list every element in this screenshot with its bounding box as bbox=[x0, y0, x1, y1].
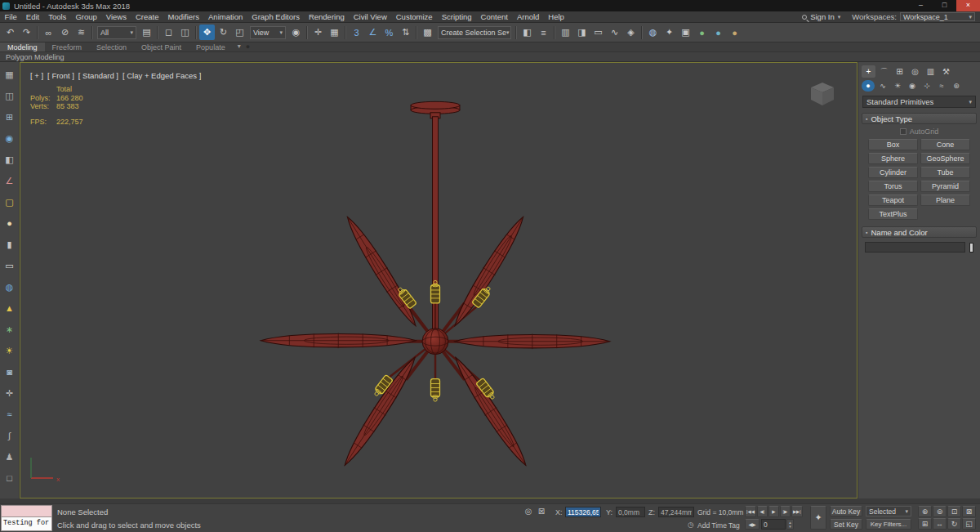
left-tool-helpers[interactable]: ✛ bbox=[2, 386, 17, 400]
ribbon-tab-freeform[interactable]: Freeform bbox=[45, 42, 90, 51]
left-tool-cylinder[interactable]: ▮ bbox=[2, 237, 17, 252]
viewport-general-menu[interactable]: [ + ] bbox=[30, 71, 43, 80]
left-tool-mirror[interactable]: ◧ bbox=[2, 152, 17, 167]
zoom-extents-button[interactable]: ⊡ bbox=[947, 506, 961, 517]
render-production-button[interactable]: ● bbox=[694, 25, 710, 40]
previous-frame-button[interactable]: ◀| bbox=[757, 506, 768, 517]
add-time-tag-button[interactable]: Add Time Tag bbox=[697, 521, 740, 530]
left-tool-light[interactable]: ☀ bbox=[2, 343, 17, 358]
zoom-button[interactable]: ⊕ bbox=[918, 506, 932, 517]
pyramid-button[interactable]: Pyramid bbox=[920, 181, 970, 192]
viewport-pov-menu[interactable]: [ Front ] bbox=[47, 71, 74, 80]
use-pivot-point-center-button[interactable]: ◉ bbox=[288, 25, 304, 40]
object-type-rollout[interactable]: ▪ Object Type bbox=[862, 113, 977, 124]
left-tool-sphere[interactable]: ● bbox=[2, 216, 17, 230]
sign-in-button[interactable]: Sign In bbox=[810, 12, 835, 21]
menu-edit[interactable]: Edit bbox=[21, 11, 43, 22]
fan-blade[interactable] bbox=[455, 333, 610, 349]
fan-blade[interactable] bbox=[449, 213, 530, 330]
current-frame-field[interactable] bbox=[761, 519, 786, 530]
lamp-socket[interactable] bbox=[431, 379, 440, 402]
render-iterative-button[interactable]: ● bbox=[710, 25, 726, 40]
left-tool-bones[interactable]: ∫ bbox=[2, 428, 17, 443]
create-tab[interactable]: + bbox=[862, 65, 875, 78]
minimize-button[interactable]: – bbox=[909, 0, 933, 11]
select-and-manipulate-button[interactable]: ✛ bbox=[310, 25, 326, 40]
left-tool-box[interactable]: ▢ bbox=[2, 194, 17, 209]
menu-views[interactable]: Views bbox=[101, 11, 131, 22]
toggle-layer-explorer-button[interactable]: ◨ bbox=[574, 25, 590, 40]
object-color-swatch[interactable] bbox=[969, 243, 973, 253]
zoom-region-button[interactable]: ⊞ bbox=[918, 518, 932, 530]
hierarchy-tab[interactable]: ⊞ bbox=[893, 65, 906, 78]
shapes-category[interactable]: ∿ bbox=[876, 80, 889, 92]
menu-rendering[interactable]: Rendering bbox=[304, 11, 349, 22]
cone-button[interactable]: Cone bbox=[920, 139, 970, 150]
track-bar[interactable] bbox=[0, 498, 980, 504]
menu-group[interactable]: Group bbox=[71, 11, 101, 22]
menu-modifiers[interactable]: Modifiers bbox=[163, 11, 204, 22]
left-tool-container[interactable]: □ bbox=[2, 471, 17, 485]
app-logo-icon[interactable] bbox=[2, 2, 10, 10]
ribbon-tab-populate[interactable]: Populate bbox=[189, 42, 233, 51]
torus-button[interactable]: Torus bbox=[868, 181, 918, 192]
viewport-front[interactable]: [ + ][ Front ][ Standard ][ Clay + Edged… bbox=[20, 62, 858, 498]
sign-in-chevron-down-icon[interactable]: ▾ bbox=[838, 14, 841, 20]
left-tool-angle[interactable]: ∠ bbox=[2, 173, 17, 188]
left-tool-scene-explorer[interactable]: ▦ bbox=[2, 67, 17, 82]
snaps-toggle-3d[interactable]: 3 bbox=[349, 25, 364, 40]
ribbon-tab-object-paint[interactable]: Object Paint bbox=[134, 42, 189, 51]
toggle-ribbon-button[interactable]: ▭ bbox=[590, 25, 606, 40]
keyboard-shortcut-override-toggle[interactable]: ▦ bbox=[327, 25, 342, 40]
menu-arnold[interactable]: Arnold bbox=[512, 11, 543, 22]
lights-category[interactable]: ☀ bbox=[891, 80, 904, 92]
object-name-field[interactable] bbox=[865, 242, 965, 253]
window-crossing-toggle[interactable]: ◫ bbox=[177, 25, 193, 40]
menu-animation[interactable]: Animation bbox=[204, 11, 247, 22]
menu-customize[interactable]: Customize bbox=[391, 11, 437, 22]
menu-content[interactable]: Content bbox=[476, 11, 512, 22]
key-filters-button[interactable]: Key Filters... bbox=[866, 519, 911, 530]
go-to-start-button[interactable]: |◀◀ bbox=[745, 506, 756, 517]
viewport-render-preset-menu[interactable]: [ Standard ] bbox=[78, 71, 118, 80]
menu-tools[interactable]: Tools bbox=[44, 11, 71, 22]
menu-civil-view[interactable]: Civil View bbox=[349, 11, 391, 22]
close-button[interactable]: × bbox=[956, 0, 980, 11]
left-tool-camera[interactable]: ◙ bbox=[2, 364, 17, 379]
schematic-view-button[interactable]: ◈ bbox=[623, 25, 639, 40]
polygon-modeling-panel-label[interactable]: Polygon Modeling bbox=[6, 53, 65, 61]
align-button[interactable]: ≡ bbox=[536, 25, 551, 40]
viewport-shading-menu[interactable]: [ Clay + Edged Faces ] bbox=[122, 71, 201, 80]
render-setup-button[interactable]: ✦ bbox=[662, 25, 677, 40]
menu-graph-editors[interactable]: Graph Editors bbox=[247, 11, 305, 22]
workspace-dropdown[interactable]: Workspace_1 ▾ bbox=[900, 12, 975, 21]
isolate-selection-toggle[interactable]: ◎ bbox=[523, 507, 534, 516]
left-tool-foliage[interactable]: ∗ bbox=[2, 322, 17, 337]
select-and-rotate-button[interactable]: ↻ bbox=[216, 25, 231, 40]
auto-key-toggle[interactable]: Auto Key bbox=[830, 506, 862, 516]
cameras-category[interactable]: ◉ bbox=[906, 80, 919, 92]
ribbon-overflow-chevron-icon[interactable]: ▾ bbox=[238, 42, 241, 51]
view-cube[interactable] bbox=[806, 78, 839, 110]
name-and-color-rollout[interactable]: ▪ Name and Color bbox=[862, 226, 977, 238]
curve-editor-button[interactable]: ∿ bbox=[607, 25, 622, 40]
autogrid-checkbox[interactable] bbox=[900, 128, 906, 135]
percent-snap-toggle[interactable]: % bbox=[381, 25, 397, 40]
y-coordinate-field[interactable] bbox=[616, 507, 645, 517]
teapot-button[interactable]: Teapot bbox=[868, 194, 918, 206]
fan-blade[interactable] bbox=[341, 213, 422, 330]
x-coordinate-field[interactable] bbox=[565, 507, 601, 517]
motion-tab[interactable]: ◎ bbox=[908, 65, 922, 78]
select-and-scale-button[interactable]: ◰ bbox=[232, 25, 247, 40]
orbit-button[interactable]: ↻ bbox=[947, 518, 961, 530]
next-frame-button[interactable]: |▶ bbox=[780, 506, 791, 517]
macro-recorder-field[interactable] bbox=[1, 505, 52, 517]
ribbon-tab-modeling[interactable]: Modeling bbox=[0, 42, 45, 51]
menu-scripting[interactable]: Scripting bbox=[437, 11, 476, 22]
key-selection-dropdown[interactable]: Selected ▾ bbox=[866, 506, 911, 516]
select-and-link-button[interactable]: ∞ bbox=[41, 25, 56, 40]
search-icon[interactable] bbox=[802, 15, 807, 20]
toggle-scene-explorer-button[interactable]: ▥ bbox=[558, 25, 573, 40]
select-and-move-button[interactable]: ✥ bbox=[199, 25, 215, 40]
center-hub[interactable] bbox=[422, 329, 448, 355]
